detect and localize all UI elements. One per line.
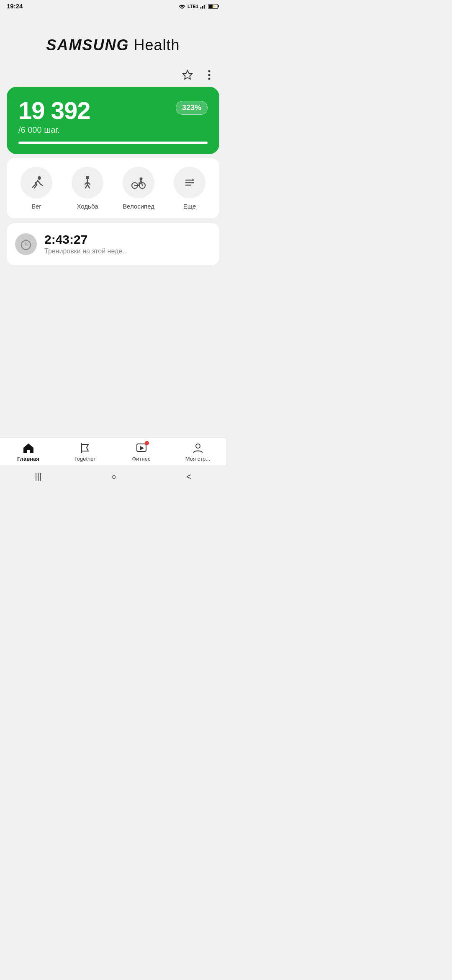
- svg-rect-1: [200, 7, 201, 8]
- svg-rect-4: [205, 4, 206, 8]
- training-info: 2:43:27 Тренировки на этой неде...: [44, 233, 211, 255]
- person-icon: [192, 442, 204, 454]
- fitness-badge: [145, 441, 149, 445]
- svg-point-36: [196, 444, 200, 448]
- nav-home-label: Главная: [17, 456, 39, 462]
- cycle-icon-circle: [123, 167, 154, 199]
- steps-card[interactable]: 19 392 /6 000 шаг. 323%: [7, 87, 219, 154]
- flag-icon: [79, 442, 91, 454]
- app-title: SAMSUNG Health: [13, 36, 213, 54]
- steps-count: 19 392: [18, 98, 90, 123]
- svg-text:⚡: ⚡: [212, 5, 216, 8]
- training-icon: [15, 233, 37, 255]
- steps-progress-fill: [18, 142, 208, 144]
- training-desc: Тренировки на этой неде...: [44, 248, 211, 255]
- cycle-icon: [131, 175, 146, 191]
- cycle-label: Велосипед: [123, 203, 154, 210]
- svg-rect-6: [218, 5, 219, 7]
- svg-point-10: [208, 70, 211, 72]
- training-time: 2:43:27: [44, 233, 211, 246]
- bottom-nav: Главная Together Фитнес Моя стр...: [0, 437, 226, 465]
- more-icon-circle: [174, 167, 205, 199]
- status-icons: LTE1 ⚡: [178, 3, 219, 9]
- more-list-icon: [182, 175, 198, 191]
- app-title-product: Health: [129, 36, 180, 54]
- battery-icon: ⚡: [208, 3, 219, 9]
- svg-point-27: [192, 182, 194, 183]
- toolbar-row: [0, 67, 226, 87]
- more-button[interactable]: [201, 67, 218, 83]
- activity-walk[interactable]: Ходьба: [72, 167, 103, 210]
- svg-marker-35: [140, 446, 144, 450]
- nav-profile[interactable]: Моя стр...: [170, 442, 226, 462]
- lte-icon: LTE1: [187, 4, 198, 9]
- svg-rect-2: [202, 6, 203, 8]
- sys-nav: ||| ○ <: [0, 465, 226, 490]
- nav-profile-label: Моя стр...: [185, 456, 210, 462]
- svg-line-18: [85, 185, 87, 188]
- svg-point-13: [38, 176, 41, 180]
- svg-point-12: [208, 78, 211, 80]
- wifi-icon: [178, 3, 186, 9]
- steps-main: 19 392 /6 000 шаг. 323%: [18, 98, 208, 135]
- activity-more[interactable]: Еще: [174, 167, 205, 210]
- favorite-button[interactable]: [179, 67, 196, 83]
- run-icon: [28, 175, 44, 191]
- nav-fitness-label: Фитнес: [132, 456, 150, 462]
- sys-home-button[interactable]: ○: [103, 470, 125, 483]
- training-card[interactable]: 2:43:27 Тренировки на этой неде...: [7, 223, 219, 265]
- run-label: Бег: [31, 203, 41, 210]
- steps-goal: /6 000 шаг.: [18, 125, 90, 135]
- steps-count-block: 19 392 /6 000 шаг.: [18, 98, 90, 135]
- run-icon-circle: [21, 167, 52, 199]
- nav-together[interactable]: Together: [56, 442, 113, 462]
- sys-back-button[interactable]: <: [178, 470, 200, 483]
- status-bar: 19:24 LTE1 ⚡: [0, 0, 226, 11]
- activity-cycle[interactable]: Велосипед: [123, 167, 154, 210]
- svg-rect-3: [204, 5, 205, 8]
- status-time: 19:24: [7, 3, 23, 10]
- sys-recent-button[interactable]: |||: [26, 470, 50, 483]
- more-label: Еще: [183, 203, 196, 210]
- nav-together-label: Together: [74, 456, 95, 462]
- activity-run[interactable]: Бег: [21, 167, 52, 210]
- activity-card: Бег Ходьба: [7, 158, 219, 218]
- svg-line-19: [87, 185, 90, 188]
- nav-home[interactable]: Главная: [0, 442, 56, 462]
- app-title-brand: SAMSUNG: [46, 36, 129, 54]
- home-icon: [23, 442, 34, 454]
- svg-marker-9: [183, 70, 192, 79]
- nav-fitness[interactable]: Фитнес: [113, 442, 170, 462]
- main-content: 19 392 /6 000 шаг. 323% Бег: [0, 87, 226, 437]
- svg-point-11: [208, 74, 211, 76]
- svg-point-26: [192, 179, 194, 181]
- fitness-icon: [136, 442, 147, 454]
- signal-icon: [200, 3, 207, 9]
- svg-rect-32: [27, 450, 30, 453]
- walk-label: Ходьба: [77, 203, 98, 210]
- stopwatch-icon: [20, 238, 32, 250]
- steps-progress-bar: [18, 142, 208, 144]
- walk-icon-circle: [72, 167, 103, 199]
- svg-rect-31: [25, 240, 27, 241]
- walk-icon: [80, 175, 95, 191]
- svg-point-0: [182, 8, 183, 9]
- steps-badge: 323%: [176, 101, 208, 115]
- app-header: SAMSUNG Health: [0, 11, 226, 67]
